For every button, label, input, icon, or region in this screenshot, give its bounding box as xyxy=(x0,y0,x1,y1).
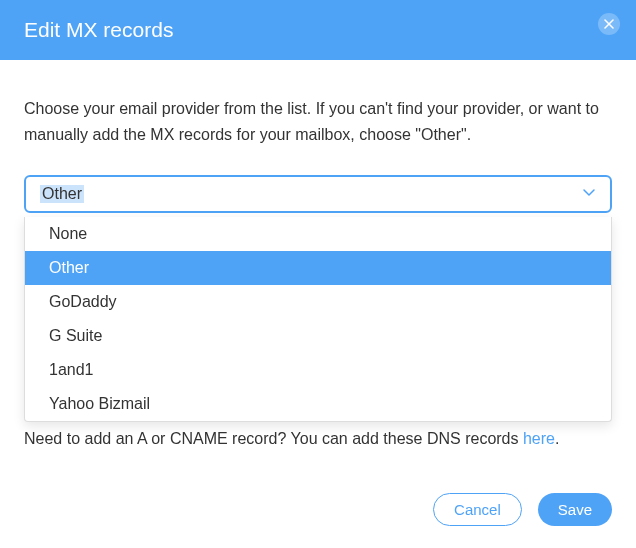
footer-text-suffix: . xyxy=(555,430,559,447)
edit-mx-modal: Edit MX records Choose your email provid… xyxy=(0,0,636,548)
footer-text: Need to add an A or CNAME record? You ca… xyxy=(24,430,612,448)
modal-title: Edit MX records xyxy=(24,18,173,42)
modal-buttons: Cancel Save xyxy=(433,493,612,526)
provider-select[interactable]: Other xyxy=(24,175,612,213)
provider-select-value: Other xyxy=(40,185,84,203)
dropdown-item[interactable]: Other xyxy=(25,251,611,285)
provider-select-wrapper: Other NoneOtherGoDaddyG Suite1and1Yahoo … xyxy=(24,175,612,213)
description-text: Choose your email provider from the list… xyxy=(24,96,612,147)
footer-text-prefix: Need to add an A or CNAME record? You ca… xyxy=(24,430,523,447)
provider-dropdown: NoneOtherGoDaddyG Suite1and1Yahoo Bizmai… xyxy=(24,217,612,422)
dropdown-item[interactable]: Yahoo Bizmail xyxy=(25,387,611,421)
provider-dropdown-list[interactable]: NoneOtherGoDaddyG Suite1and1Yahoo Bizmai… xyxy=(25,217,611,421)
modal-header: Edit MX records xyxy=(0,0,636,60)
cancel-button[interactable]: Cancel xyxy=(433,493,522,526)
close-button[interactable] xyxy=(598,13,620,35)
modal-content: Choose your email provider from the list… xyxy=(0,60,636,548)
close-icon xyxy=(604,15,614,33)
dropdown-item[interactable]: GoDaddy xyxy=(25,285,611,319)
dropdown-item[interactable]: None xyxy=(25,217,611,251)
dropdown-item[interactable]: G Suite xyxy=(25,319,611,353)
save-button[interactable]: Save xyxy=(538,493,612,526)
dns-records-link[interactable]: here xyxy=(523,430,555,447)
dropdown-item[interactable]: 1and1 xyxy=(25,353,611,387)
chevron-down-icon xyxy=(582,185,596,203)
